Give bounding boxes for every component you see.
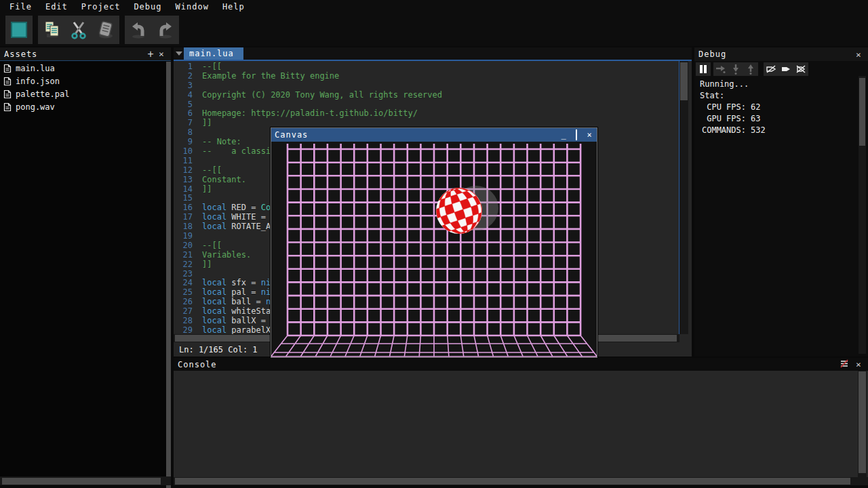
asset-item-pong.wav[interactable]: pong.wav (0, 100, 165, 113)
debug-close-button[interactable]: × (853, 49, 864, 60)
console-output[interactable] (174, 371, 868, 477)
debug-stat-row: GPU FPS:63 (700, 113, 857, 125)
chevron-down-icon (176, 52, 182, 56)
clear-console-button[interactable] (840, 359, 849, 370)
menu-item-file[interactable]: File (3, 1, 39, 13)
code-line: 6Homepage: https://paladin-t.github.io/b… (174, 109, 679, 119)
cut-button[interactable] (65, 16, 92, 44)
asset-item-info.json[interactable]: info.json (0, 75, 165, 87)
menu-item-project[interactable]: Project (75, 1, 127, 13)
pause-icon (698, 64, 708, 74)
menu-item-help[interactable]: Help (216, 1, 252, 13)
toggle-breakpoint-button[interactable] (764, 62, 778, 76)
debug-stat-row: CPU FPS:62 (700, 102, 857, 113)
asset-item-palette.pal[interactable]: palette.pal (0, 87, 165, 100)
game-canvas[interactable] (271, 142, 597, 357)
debug-toolbar (694, 62, 868, 77)
clear-console-icon (840, 359, 849, 368)
menu-bar: FileEditProjectDebugWindowHelp (0, 0, 868, 14)
console-header: Console × (174, 358, 868, 371)
assets-close-button[interactable]: × (156, 49, 167, 59)
breakpoint-clear-icon (795, 64, 806, 74)
assets-title: Assets (4, 49, 37, 59)
console-title: Console (178, 360, 217, 369)
step-into-button[interactable] (728, 62, 743, 76)
code-line: 2Example for the Bitty engine (174, 72, 679, 81)
canvas-close-button[interactable]: × (585, 129, 593, 141)
stop-icon (8, 19, 30, 41)
document-icon (3, 102, 12, 112)
cut-icon (68, 19, 90, 41)
debug-running-status: Running... (700, 79, 857, 90)
menu-item-window[interactable]: Window (169, 1, 216, 13)
document-icon (3, 64, 12, 73)
assets-horizontal-scrollbar[interactable] (0, 476, 171, 485)
menu-item-debug[interactable]: Debug (127, 1, 168, 13)
assets-panel: Assets + × main.luainfo.jsonpalette.palp… (0, 47, 171, 485)
debug-output: Running... Stat: CPU FPS:62GPU FPS:63COM… (700, 79, 857, 136)
code-line: 1--[[ (174, 62, 679, 72)
document-icon (3, 77, 12, 86)
copy-icon (41, 19, 62, 41)
canvas-window[interactable]: Canvas _ × (271, 127, 597, 358)
redo-icon (155, 19, 176, 41)
main-toolbar (0, 14, 868, 46)
document-icon (3, 89, 12, 99)
console-panel: Console × (174, 358, 868, 485)
code-line: 5 (174, 100, 679, 110)
debug-title: Debug (698, 49, 726, 59)
cursor-position: Ln: 1/165 Col: 1 (179, 345, 258, 354)
assets-vertical-scrollbar[interactable] (166, 62, 171, 488)
breakpoint-icon (781, 64, 791, 74)
editor-vertical-scrollbar[interactable] (679, 61, 688, 334)
debug-vertical-scrollbar[interactable] (859, 76, 866, 354)
pause-button[interactable] (696, 62, 711, 76)
assets-header: Assets + × (0, 47, 171, 61)
canvas-title: Canvas (275, 130, 308, 140)
menu-item-edit[interactable]: Edit (39, 1, 75, 13)
console-vertical-scrollbar[interactable] (858, 371, 867, 477)
code-line: 3 (174, 81, 679, 91)
editor-tab-bar: main.lua (174, 47, 692, 61)
debug-stat-label: Stat: (700, 90, 857, 102)
step-out-icon (746, 64, 755, 75)
maximize-icon (576, 129, 577, 140)
step-out-button[interactable] (743, 62, 758, 76)
tab-list-dropdown[interactable] (174, 47, 184, 60)
tab-main-lua[interactable]: main.lua (184, 47, 243, 60)
add-asset-button[interactable]: + (145, 48, 156, 60)
canvas-title-bar[interactable]: Canvas _ × (271, 128, 597, 142)
console-horizontal-scrollbar[interactable] (174, 477, 868, 485)
step-over-icon (715, 64, 726, 74)
breakpoint-button[interactable] (778, 62, 793, 76)
clear-breakpoints-button[interactable] (793, 62, 808, 76)
redo-button[interactable] (152, 16, 179, 44)
code-line: 4Copyright (C) 2020 Tony Wang, all right… (174, 91, 679, 100)
paste-button[interactable] (92, 16, 119, 44)
copy-button[interactable] (38, 16, 65, 44)
debug-panel: Debug × (694, 47, 868, 357)
assets-list: main.luainfo.jsonpalette.palpong.wav (0, 62, 165, 476)
paste-icon (95, 19, 117, 41)
asset-item-main.lua[interactable]: main.lua (0, 62, 165, 75)
minimize-button[interactable]: _ (559, 129, 568, 141)
step-into-icon (731, 64, 741, 75)
maximize-button[interactable] (572, 129, 580, 141)
stop-button[interactable] (5, 16, 33, 44)
undo-icon (127, 19, 149, 41)
breakpoint-disabled-icon (766, 64, 776, 74)
debug-header: Debug × (694, 47, 868, 61)
step-over-button[interactable] (713, 62, 728, 76)
bitty-ide-window: FileEditProjectDebugWindowHelp (0, 0, 868, 488)
undo-button[interactable] (125, 16, 152, 44)
console-close-button[interactable]: × (853, 359, 864, 369)
debug-stat-row: COMMANDS:532 (700, 125, 857, 136)
